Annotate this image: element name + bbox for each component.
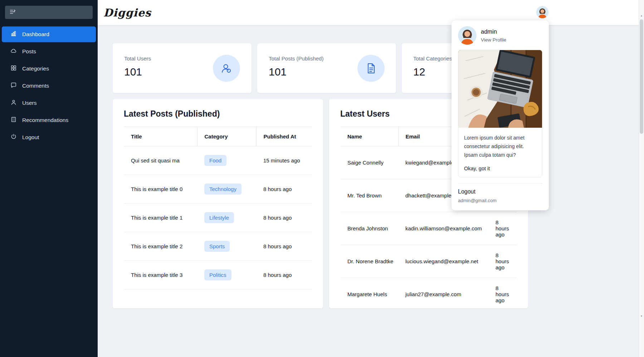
sidebar-item-label: Dashboard: [22, 31, 49, 38]
latest-posts-title: Latest Posts (Published): [124, 109, 312, 119]
avatar-image: [536, 6, 548, 18]
scroll-down-arrow[interactable]: ▼: [639, 314, 644, 318]
user-created-cell: 8 hours ago: [488, 245, 517, 278]
page-scrollbar[interactable]: ▲ ▼: [639, 0, 644, 357]
stat-card-total-posts: Total Posts (Published) 101: [257, 43, 396, 93]
user-created-cell: 8 hours ago: [488, 278, 517, 311]
user-email-cell: lucious.wiegand@example.net: [398, 245, 488, 278]
users-icon: [213, 55, 240, 82]
view-profile-link[interactable]: View Profile: [481, 37, 506, 43]
user-email-cell: kadin.williamson@example.com: [398, 212, 488, 245]
table-row: Qui sed sit quasi ma Food 15 minutes ago: [124, 146, 312, 175]
category-badge[interactable]: Lifestyle: [204, 212, 234, 223]
sidebar-item-label: Comments: [22, 83, 49, 89]
post-title-cell: This is example title 3: [124, 261, 197, 289]
profile-popover-header: admin View Profile: [458, 26, 542, 45]
sidebar-item-comments[interactable]: Comments: [2, 78, 96, 94]
post-title-cell: This is example title 1: [124, 204, 197, 232]
table-row: Margarete Huels julian27@example.com 8 h…: [340, 278, 517, 311]
sidebar-item-label: Recommendations: [22, 117, 68, 123]
category-badge[interactable]: Politics: [204, 269, 231, 280]
sidebar-item-posts[interactable]: Posts: [2, 44, 96, 59]
sidebar-item-categories[interactable]: Categories: [2, 61, 96, 77]
document-icon: [357, 55, 385, 82]
user-name-cell: Margarete Huels: [340, 278, 398, 311]
stats-row: Total Users 101 Total Posts (Published) …: [113, 43, 644, 93]
dismiss-button[interactable]: Okay, got it: [464, 166, 536, 171]
profile-info-card: Lorem ipsum dolor sit amet consectetur a…: [458, 50, 542, 177]
sidebar-item-recommendations[interactable]: Recommendations: [2, 112, 96, 128]
scroll-up-arrow[interactable]: ▲: [639, 14, 644, 18]
desk-photo: [458, 50, 542, 128]
table-row: Dr. Norene Bradtke lucious.wiegand@examp…: [340, 245, 517, 278]
user-avatar[interactable]: [536, 6, 548, 18]
scrollbar-thumb[interactable]: [640, 19, 643, 134]
table-row: This is example title 2 Sports 8 hours a…: [124, 232, 312, 261]
stat-label: Total Posts (Published): [269, 55, 323, 62]
sidebar: Dashboard Posts Categories: [0, 0, 98, 357]
sidebar-item-users[interactable]: Users: [2, 95, 96, 111]
comment-icon: [10, 82, 17, 90]
category-badge[interactable]: Food: [204, 155, 226, 166]
profile-popover: admin View Profile: [452, 20, 549, 210]
grid-icon: [10, 65, 17, 73]
users-col-name: Name: [340, 127, 398, 146]
post-published-cell: 15 minutes ago: [256, 146, 312, 175]
posts-col-title: Title: [124, 127, 197, 146]
sidebar-item-label: Logout: [22, 134, 39, 141]
user-name-cell: Mr. Ted Brown: [340, 179, 398, 212]
table-row: This is example title 3 Politics 8 hours…: [124, 261, 312, 289]
post-published-cell: 8 hours ago: [256, 232, 312, 261]
profile-card-body: Lorem ipsum dolor sit amet consectetur a…: [458, 128, 542, 177]
panels-row: Latest Posts (Published) Title Category …: [113, 99, 644, 308]
stat-label: Total Categories: [413, 55, 452, 62]
stat-value: 101: [269, 66, 323, 78]
profile-popover-footer: Logout admin@gmail.com: [458, 183, 542, 203]
profile-card-text: Lorem ipsum dolor sit amet consectetur a…: [464, 133, 536, 159]
main-content: Total Users 101 Total Posts (Published) …: [98, 25, 644, 357]
table-row: This is example title 0 Technology 8 hou…: [124, 175, 312, 204]
brand-logo: Diggies: [103, 6, 151, 19]
user-icon: [10, 99, 17, 107]
table-row: Brenda Johnston kadin.williamson@example…: [340, 212, 517, 245]
cloud-icon: [10, 48, 17, 55]
category-badge[interactable]: Technology: [204, 184, 241, 195]
sidebar-item-label: Users: [22, 100, 36, 106]
topbar: Diggies: [98, 0, 644, 25]
logout-button[interactable]: Logout: [458, 189, 542, 195]
user-name-cell: Dr. Norene Bradtke: [340, 245, 398, 278]
avatar-image: [458, 26, 477, 45]
sidebar-item-label: Categories: [22, 65, 49, 72]
sidebar-toggle-button[interactable]: [5, 6, 93, 19]
post-published-cell: 8 hours ago: [256, 175, 312, 204]
menu-icon: [9, 9, 16, 16]
stat-card-total-users: Total Users 101: [113, 43, 252, 93]
sidebar-nav: Dashboard Posts Categories: [0, 26, 98, 146]
building-icon: [10, 116, 17, 124]
post-published-cell: 8 hours ago: [256, 261, 312, 289]
stat-label: Total Users: [124, 55, 151, 62]
category-badge[interactable]: Sports: [204, 241, 230, 252]
table-header-row: Title Category Published At: [124, 127, 312, 146]
post-title-cell: Qui sed sit quasi ma: [124, 146, 197, 175]
posts-col-published: Published At: [256, 127, 312, 146]
profile-name: admin: [481, 28, 506, 35]
sidebar-item-label: Posts: [22, 48, 36, 55]
stat-value: 101: [124, 66, 151, 78]
stat-value: 12: [413, 66, 452, 78]
user-name-cell: Brenda Johnston: [340, 212, 398, 245]
posts-col-category: Category: [197, 127, 256, 146]
profile-email: admin@gmail.com: [458, 198, 542, 203]
sidebar-item-logout[interactable]: Logout: [2, 129, 96, 145]
latest-posts-panel: Latest Posts (Published) Title Category …: [113, 99, 323, 308]
table-row: This is example title 1 Lifestyle 8 hour…: [124, 204, 312, 232]
user-created-cell: 8 hours ago: [488, 212, 517, 245]
logout-icon: [10, 133, 17, 141]
post-title-cell: This is example title 2: [124, 232, 197, 261]
post-title-cell: This is example title 0: [124, 175, 197, 204]
profile-avatar[interactable]: [458, 26, 477, 45]
sidebar-item-dashboard[interactable]: Dashboard: [2, 26, 96, 42]
user-email-cell: julian27@example.com: [398, 278, 488, 311]
bar-chart-icon: [10, 30, 17, 38]
user-name-cell: Saige Connelly: [340, 146, 398, 179]
